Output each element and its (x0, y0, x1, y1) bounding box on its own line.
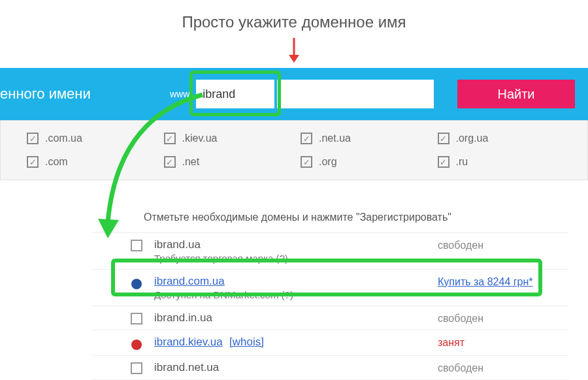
tld-label: .ru (456, 156, 468, 168)
results-hint: Отметьте необходимые домены и нажмите "З… (91, 212, 568, 223)
arrow-down-icon (281, 37, 307, 64)
row-checkbox[interactable] (131, 362, 142, 374)
checkbox-icon: ✓ (301, 156, 312, 168)
domain-link[interactable]: ibrand.com.ua (154, 275, 225, 287)
results-area: Отметьте необходимые домены и нажмите "З… (0, 212, 588, 380)
tld-item[interactable]: ✓.org.ua (438, 133, 575, 144)
checkbox-icon: ✓ (27, 156, 39, 168)
status-text: свободен (438, 362, 483, 373)
find-button[interactable]: Найти (457, 80, 575, 108)
checkbox-icon: ✓ (301, 133, 312, 144)
result-row: ibrand.uaТребуется торговая марка (?)сво… (91, 232, 568, 270)
status-text[interactable]: Купить за 8244 грн* (438, 276, 533, 287)
checkbox-icon: ✓ (438, 133, 449, 144)
domain-text: ibrand.net.ua (154, 361, 219, 373)
tld-item[interactable]: ✓.ru (438, 156, 575, 168)
checkbox-icon: ✓ (27, 133, 39, 144)
whois-link[interactable]: [whois] (229, 336, 264, 348)
status-text: свободен (438, 313, 483, 324)
partial-label: енного имени (0, 86, 101, 103)
row-checkbox[interactable] (131, 240, 142, 251)
domain-input-ext[interactable] (277, 80, 434, 108)
result-row: ibrand.in.uaсвободен (91, 306, 568, 330)
tld-label: .kiev.ua (182, 133, 218, 144)
tld-label: .org (319, 156, 337, 168)
domain-link[interactable]: ibrand.kiev.ua (154, 336, 223, 348)
instruction-text: Просто укажите доменное имя (0, 0, 588, 37)
svg-marker-1 (289, 55, 299, 63)
tld-grid: ✓.com.ua✓.kiev.ua✓.net.ua✓.org.ua✓.com✓.… (0, 120, 588, 180)
status-text: свободен (438, 240, 483, 251)
checkbox-icon: ✓ (164, 156, 176, 168)
tld-item[interactable]: ✓.com.ua (27, 133, 164, 144)
result-row: ibrand.com.uaДоступен на DNMarket.com (?… (91, 270, 568, 306)
tld-item[interactable]: ✓.kiev.ua (164, 133, 301, 144)
tld-label: .org.ua (456, 133, 489, 144)
domain-input[interactable] (196, 80, 274, 108)
tld-item[interactable]: ✓.com (27, 156, 164, 168)
www-label: www (170, 89, 189, 99)
tld-label: .net (182, 156, 200, 168)
domain-text: ibrand.ua (154, 238, 201, 251)
status-text: занят (438, 337, 465, 348)
tld-label: .com (45, 156, 68, 168)
domain-text: ibrand.in.ua (154, 311, 212, 324)
status-dot-icon (131, 340, 142, 350)
tld-item[interactable]: ✓.net (164, 156, 301, 168)
tld-label: .net.ua (319, 133, 351, 144)
tld-item[interactable]: ✓.net.ua (301, 133, 438, 144)
checkbox-icon: ✓ (164, 133, 176, 144)
domain-subtext: Требуется торговая марка (?) (154, 253, 438, 264)
status-dot-icon (131, 279, 142, 289)
tld-item[interactable]: ✓.org (301, 156, 438, 168)
input-wrap (196, 80, 274, 108)
result-row: ibrand.kiev.ua [whois]занят (91, 330, 568, 356)
result-row: ibrand.net.uaсвободен (91, 356, 568, 380)
row-checkbox[interactable] (131, 313, 142, 325)
checkbox-icon: ✓ (438, 156, 449, 168)
domain-subtext: Доступен на DNMarket.com (?) (154, 289, 438, 300)
tld-label: .com.ua (45, 133, 82, 144)
search-bar: енного имени www Найти (0, 68, 588, 120)
